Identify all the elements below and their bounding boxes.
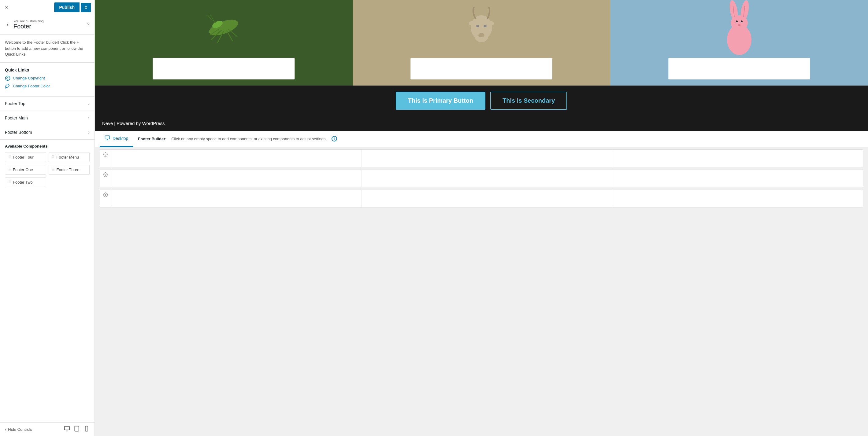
buttons-row: This is Primary Button This is Secondary [95, 86, 868, 116]
info-icon[interactable]: i [332, 136, 337, 141]
builder-hint-bold: Footer Builder: [138, 137, 166, 141]
welcome-section: Welcome to the Footer builder! Click the… [0, 35, 94, 63]
svg-rect-4 [74, 426, 79, 431]
nav-footer-top[interactable]: Footer Top › [0, 97, 94, 111]
desktop-view-button[interactable] [64, 426, 70, 433]
customizing-label: You are customizing [13, 19, 44, 23]
image-cell-grasshopper [95, 0, 353, 86]
image-grid [95, 0, 868, 86]
builder-cell-2-3[interactable] [612, 170, 863, 187]
tab-desktop-label: Desktop [113, 136, 128, 141]
change-footer-color-link[interactable]: Change Footer Color [5, 83, 90, 89]
builder-row-2 [100, 170, 863, 187]
drag-handle-icon: ⠿ [8, 167, 11, 172]
builder-hint: Footer Builder: Click on any empty space… [133, 136, 342, 141]
component-footer-menu[interactable]: ⠿ Footer Menu [49, 152, 90, 162]
blue-bg [610, 0, 868, 86]
nav-footer-bottom[interactable]: Footer Bottom › [0, 125, 94, 140]
svg-point-22 [476, 25, 479, 27]
svg-point-23 [484, 25, 487, 27]
row-gear-3[interactable] [100, 190, 111, 207]
svg-point-24 [478, 33, 485, 37]
builder-rows [95, 147, 868, 215]
top-bar: × Publish ⚙ [0, 0, 94, 15]
component-footer-two[interactable]: ⠿ Footer Two [5, 177, 46, 187]
footer-credits-text: Neve | Powered by WordPress [102, 121, 165, 126]
svg-rect-6 [85, 426, 88, 431]
builder-cell-3-1[interactable] [111, 190, 362, 207]
tablet-view-button[interactable] [74, 426, 80, 433]
svg-rect-1 [65, 427, 70, 430]
svg-point-36 [105, 174, 106, 175]
component-label: Footer Four [13, 155, 34, 160]
builder-cell-1-2[interactable] [362, 150, 612, 167]
row-gear-2[interactable] [100, 170, 111, 187]
svg-point-29 [736, 21, 738, 22]
back-button[interactable]: ‹ [5, 21, 10, 28]
image-cell-goat [353, 0, 611, 86]
change-copyright-label: Change Copyright [13, 76, 45, 80]
green-bg [95, 0, 353, 86]
hide-controls-label: Hide Controls [8, 427, 32, 432]
drag-handle-icon: ⠿ [8, 180, 11, 184]
image-cell-rabbit [610, 0, 868, 86]
component-footer-three[interactable]: ⠿ Footer Three [49, 165, 90, 175]
welcome-text: Welcome to the Footer builder! Click the… [5, 40, 83, 57]
row-gear-1[interactable] [100, 150, 111, 167]
builder-cell-3-2[interactable] [362, 190, 612, 207]
footer-main-label: Footer Main [5, 115, 28, 121]
builder-cell-3-3[interactable] [612, 190, 863, 207]
chevron-left-icon: ‹ [5, 427, 6, 432]
builder-cell-1-1[interactable] [111, 150, 362, 167]
builder-cell-1-3[interactable] [612, 150, 863, 167]
hide-controls-button[interactable]: ‹ Hide Controls [5, 427, 32, 432]
builder-cell-2-1[interactable] [111, 170, 362, 187]
drag-handle-icon: ⠿ [52, 155, 55, 159]
tan-bg [353, 0, 611, 86]
component-label: Footer One [13, 167, 33, 172]
customizing-text: You are customizing Footer [13, 19, 44, 30]
customizing-title: Footer [13, 23, 44, 30]
chevron-right-icon: › [88, 115, 90, 121]
help-button[interactable]: ? [87, 22, 90, 28]
svg-point-30 [741, 21, 743, 22]
available-components-title: Available Components [5, 144, 90, 148]
image-card-tan [410, 58, 552, 79]
chevron-right-icon: › [88, 101, 90, 106]
image-card-blue [668, 58, 810, 79]
tab-desktop[interactable]: Desktop [100, 131, 133, 147]
view-icons [64, 426, 90, 433]
chevron-right-icon: › [88, 130, 90, 135]
footer-bottom-label: Footer Bottom [5, 130, 32, 135]
desktop-tab-icon [104, 135, 110, 142]
svg-rect-32 [105, 136, 110, 139]
builder-row-1 [100, 149, 863, 167]
svg-point-31 [738, 24, 741, 26]
component-footer-one[interactable]: ⠿ Footer One [5, 165, 46, 175]
builder-tabs: Desktop Footer Builder: Click on any emp… [95, 131, 868, 147]
publish-settings-button[interactable]: ⚙ [81, 3, 91, 12]
change-copyright-link[interactable]: Change Copyright [5, 75, 90, 81]
component-label: Footer Menu [57, 155, 79, 160]
available-components-section: Available Components ⠿ Footer Four ⠿ Foo… [0, 140, 94, 423]
publish-button[interactable]: Publish [54, 2, 80, 12]
quick-links-section: Quick Links Change Copyright Change Foot… [0, 63, 94, 97]
paintbrush-icon [5, 83, 10, 89]
close-button[interactable]: × [4, 3, 9, 12]
drag-handle-icon: ⠿ [52, 167, 55, 172]
mobile-view-button[interactable] [84, 426, 90, 433]
builder-section: Desktop Footer Builder: Click on any emp… [95, 131, 868, 215]
preview-area: This is Primary Button This is Secondary… [95, 0, 868, 131]
svg-point-0 [5, 76, 10, 80]
svg-point-37 [105, 194, 106, 196]
primary-button[interactable]: This is Primary Button [396, 92, 485, 110]
main-area: This is Primary Button This is Secondary… [95, 0, 868, 436]
component-grid: ⠿ Footer Four ⠿ Footer Menu ⠿ Footer One… [5, 152, 90, 187]
publish-area: Publish ⚙ [54, 2, 91, 12]
quick-links-title: Quick Links [5, 68, 90, 72]
component-footer-four[interactable]: ⠿ Footer Four [5, 152, 46, 162]
nav-footer-main[interactable]: Footer Main › [0, 111, 94, 125]
change-footer-color-label: Change Footer Color [13, 84, 50, 88]
builder-cell-2-2[interactable] [362, 170, 612, 187]
secondary-button[interactable]: This is Secondary [490, 92, 567, 110]
